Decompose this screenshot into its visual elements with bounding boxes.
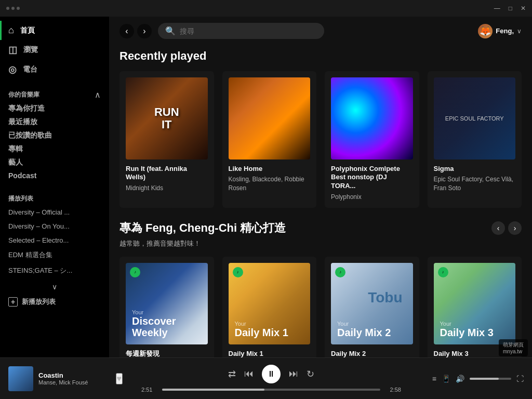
spotify-icon: ♪ bbox=[130, 267, 140, 277]
card-sigma[interactable]: EPIC SOUL FACTORY Sigma Epic Soul Factor… bbox=[428, 71, 522, 208]
user-avatar: 🦊 bbox=[478, 24, 493, 38]
sidebar-item-albums[interactable]: 專輯 bbox=[0, 142, 109, 156]
player-center: ⇄ ⏮ ⏸ ⏭ ↻ 2:51 2:58 bbox=[129, 365, 414, 393]
player-controls: ⇄ ⏮ ⏸ ⏭ ↻ bbox=[228, 365, 314, 383]
total-time: 2:58 bbox=[384, 387, 401, 393]
card-run-it[interactable]: RUNIT Run It (feat. Annika Wells) Midnig… bbox=[119, 71, 214, 208]
like-button[interactable]: ♥ bbox=[116, 373, 123, 384]
fullscreen-button[interactable]: ⛶ bbox=[516, 375, 524, 383]
playlist-item-diversity-official[interactable]: Diversity – Official ... bbox=[0, 205, 109, 219]
next-button[interactable]: ⏭ bbox=[289, 368, 298, 379]
now-playing-left: Coastin Manse, Mick Fousé ♥ bbox=[8, 366, 123, 391]
previous-button[interactable]: ⏮ bbox=[244, 368, 254, 379]
playlists-title: 播放列表 bbox=[8, 194, 33, 203]
spotify-icon-1: ♪ bbox=[233, 267, 243, 277]
sidebar-item-home[interactable]: ⌂ 首頁 bbox=[0, 21, 109, 40]
minimize-button[interactable]: — bbox=[494, 5, 500, 12]
browse-icon: ◫ bbox=[8, 44, 17, 56]
sidebar-item-browse[interactable]: ◫ 瀏覽 bbox=[0, 40, 109, 60]
sidebar-item-made-for-you[interactable]: 專為你打造 bbox=[0, 102, 109, 115]
daily3-label: Your bbox=[440, 321, 510, 327]
daily1-label: Your bbox=[235, 321, 304, 327]
devices-button[interactable]: 📱 bbox=[442, 375, 450, 383]
volume-bar[interactable] bbox=[470, 378, 511, 380]
card-like-home[interactable]: Like Home Kosling, Blackcode, Robbie Ros… bbox=[222, 71, 317, 208]
card-img-polyphonix bbox=[331, 77, 413, 159]
radio-icon: ◎ bbox=[8, 64, 17, 75]
prev-button[interactable]: ‹ bbox=[491, 221, 505, 235]
playlists-header: 播放列表 bbox=[0, 188, 109, 205]
repeat-button[interactable]: ↻ bbox=[307, 368, 314, 380]
shuffle-button[interactable]: ⇄ bbox=[228, 368, 236, 380]
recently-played-title: Recently played bbox=[119, 49, 207, 63]
maximize-button[interactable]: □ bbox=[509, 5, 512, 12]
sidebar: ⌂ 首頁 ◫ 瀏覽 ◎ 電台 你的音樂庫 ∧ 專為你打造 bbox=[0, 17, 109, 357]
new-playlist-button[interactable]: + 新播放列表 bbox=[0, 293, 109, 311]
made-for-you-header: 專為 Feng, Cheng-Chi 精心打造 ‹ › bbox=[119, 220, 522, 236]
titlebar: — □ ✕ bbox=[0, 0, 532, 17]
sidebar-item-podcast[interactable]: Podcast bbox=[0, 169, 109, 182]
recently-played-grid: RUNIT Run It (feat. Annika Wells) Midnig… bbox=[119, 71, 522, 208]
card-subtitle-sigma: Epic Soul Factory, Cesc Vilà, Fran Soto bbox=[434, 175, 516, 193]
card-subtitle-polyphonix: Polyphonix bbox=[331, 193, 413, 202]
sidebar-item-radio[interactable]: ◎ 電台 bbox=[0, 60, 109, 79]
queue-button[interactable]: ≡ bbox=[432, 375, 436, 383]
progress-fill bbox=[162, 389, 264, 391]
now-playing-title: Coastin bbox=[38, 371, 111, 379]
home-icon: ⌂ bbox=[8, 25, 14, 36]
discover-label: Your bbox=[132, 309, 202, 315]
spotify-icon-2: ♪ bbox=[335, 267, 345, 277]
close-button[interactable]: ✕ bbox=[521, 5, 526, 12]
card-discover-weekly[interactable]: ♪ Your DiscoverWeekly 每週新發現 你專屬的每週新鮮音樂合輯… bbox=[119, 257, 214, 357]
recently-played-header: Recently played bbox=[119, 49, 522, 63]
card-polyphonix[interactable]: Polyphonix Comlpete Best nonstop (DJ TOR… bbox=[325, 71, 419, 208]
card-title-polyphonix: Polyphonix Comlpete Best nonstop (DJ TOR… bbox=[331, 165, 413, 191]
search-input[interactable] bbox=[180, 27, 317, 35]
daily1-name: Daily Mix 1 bbox=[235, 327, 304, 338]
progress-track[interactable] bbox=[162, 389, 380, 391]
user-chevron-icon[interactable]: ∨ bbox=[517, 28, 522, 35]
now-playing-artist: Manse, Mick Fousé bbox=[38, 379, 111, 385]
main-content: Recently played RUNIT Run It (feat. Anni… bbox=[109, 45, 532, 357]
volume-icon: 🔊 bbox=[456, 375, 464, 383]
section-nav: ‹ › bbox=[491, 221, 522, 235]
app-menu-dots[interactable] bbox=[6, 7, 20, 10]
sidebar-item-recently-played[interactable]: 最近播放 bbox=[0, 115, 109, 129]
library-toggle[interactable]: ∧ bbox=[95, 90, 101, 100]
plus-icon: + bbox=[8, 297, 18, 307]
playlist-item-edm[interactable]: EDM 精選合集 bbox=[0, 247, 109, 263]
library-header: 你的音樂庫 ∧ bbox=[0, 84, 109, 102]
current-time: 2:51 bbox=[141, 387, 158, 393]
card-title-daily-2: Daily Mix 2 bbox=[331, 350, 413, 357]
playlist-item-selected-electro[interactable]: Selected – Electro... bbox=[0, 233, 109, 247]
next-button[interactable]: › bbox=[508, 221, 522, 235]
topbar: ‹ › 🔍 🦊 Feng, ∨ bbox=[109, 17, 532, 45]
card-daily-mix-1[interactable]: ♪ Your Daily Mix 1 Daily Mix 1 Polyphoni… bbox=[222, 257, 317, 357]
card-img-daily-mix-3: ♪ Your Daily Mix 3 bbox=[434, 263, 516, 345]
sidebar-item-artists[interactable]: 藝人 bbox=[0, 156, 109, 169]
daily2-name: Daily Mix 2 bbox=[337, 327, 407, 338]
back-button[interactable]: ‹ bbox=[119, 24, 134, 38]
card-daily-mix-2[interactable]: ♪ Tobu Your Daily Mix 2 Daily Mix 2 Tobu… bbox=[325, 257, 419, 357]
pause-button[interactable]: ⏸ bbox=[262, 365, 281, 383]
player-right: ≡ 📱 🔊 ⛶ bbox=[420, 375, 524, 383]
sidebar-nav: ⌂ 首頁 ◫ 瀏覽 ◎ 電台 bbox=[0, 17, 109, 84]
playlist-item-steins-gate[interactable]: STEINS;GATE – シ... bbox=[0, 263, 109, 278]
card-title-like-home: Like Home bbox=[229, 165, 311, 174]
forward-button[interactable]: › bbox=[137, 24, 152, 38]
search-bar[interactable]: 🔍 bbox=[158, 23, 324, 39]
card-img-daily-mix-2: ♪ Tobu Your Daily Mix 2 bbox=[331, 263, 413, 345]
card-subtitle-like-home: Kosling, Blackcode, Robbie Rosen bbox=[229, 175, 311, 193]
watermark: 萌芽網頁mnya.tw bbox=[499, 339, 528, 356]
now-playing-bar: Coastin Manse, Mick Fousé ♥ ⇄ ⏮ ⏸ ⏭ ↻ 2:… bbox=[0, 357, 532, 399]
show-more-playlists[interactable]: ∨ bbox=[0, 281, 109, 293]
playlist-item-diversity-on-you[interactable]: Diversity – On You... bbox=[0, 219, 109, 233]
card-title-sigma: Sigma bbox=[434, 165, 516, 174]
progress-bar-container: 2:51 2:58 bbox=[141, 387, 401, 393]
daily2-label: Your bbox=[337, 321, 407, 327]
library-title: 你的音樂庫 bbox=[8, 90, 39, 99]
sidebar-item-liked-songs[interactable]: 已按讚的歌曲 bbox=[0, 129, 109, 142]
card-img-like-home bbox=[229, 77, 311, 159]
volume-fill bbox=[470, 378, 499, 380]
discover-name: DiscoverWeekly bbox=[132, 315, 202, 338]
